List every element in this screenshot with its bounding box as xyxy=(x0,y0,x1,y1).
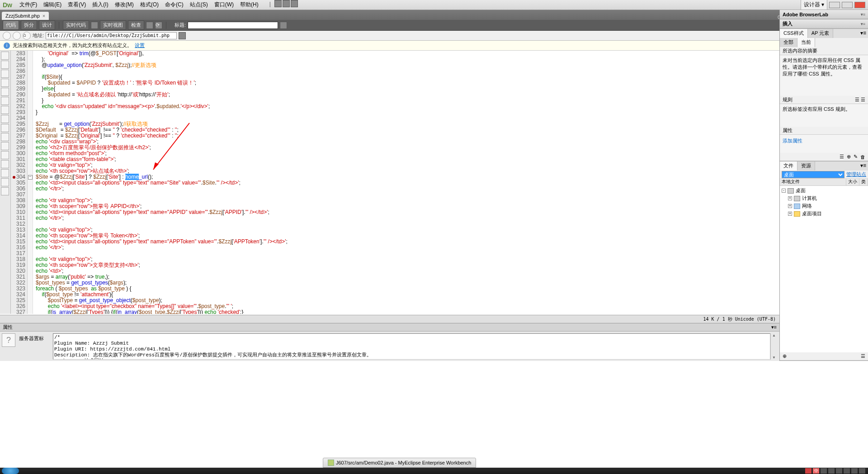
menu-help[interactable]: 帮助(H) xyxy=(237,0,261,9)
css-tool-icon[interactable]: ☰ xyxy=(840,154,844,160)
code-tool[interactable] xyxy=(1,97,9,105)
layout-icon[interactable] xyxy=(274,0,282,7)
css-all-tab[interactable]: 全部 xyxy=(780,38,797,47)
eclipse-taskbar-item[interactable]: J607/src/am/Demo02.java - MyEclipse Ente… xyxy=(323,458,476,468)
css-summary-body: 未对当前选定内容应用任何 CSS 属性。请选择一个带样式的元素，查看应用了哪些 … xyxy=(780,55,868,96)
code-tool[interactable] xyxy=(1,70,9,78)
manage-sites-link[interactable]: 管理站点 xyxy=(846,171,866,178)
view-livecode-button[interactable]: 实时代码 xyxy=(63,20,89,30)
code-tool[interactable] xyxy=(1,178,9,186)
close-button[interactable] xyxy=(854,2,865,8)
tray-icon[interactable] xyxy=(805,468,811,474)
view-inspect-button[interactable]: 检查 xyxy=(128,20,144,30)
nav-back-icon[interactable] xyxy=(3,32,11,40)
tray-icon[interactable] xyxy=(836,468,842,474)
multiscreen-icon[interactable] xyxy=(146,22,153,29)
panel-menu-icon[interactable]: ▾≡ xyxy=(771,324,777,330)
code-tool[interactable] xyxy=(1,160,9,168)
tray-icon[interactable] xyxy=(851,468,858,474)
code-tool[interactable] xyxy=(1,79,9,87)
menu-commands[interactable]: 命令(C) xyxy=(162,0,186,9)
nav-fwd-icon[interactable] xyxy=(13,32,21,40)
props-textarea[interactable]: /*Plugin Name: Azzzj SubmitPlugin URI: h… xyxy=(53,333,770,360)
code-tool[interactable] xyxy=(1,106,9,114)
css-current-tab[interactable]: 当前 xyxy=(797,38,815,47)
start-button[interactable] xyxy=(2,468,19,474)
status-text: 14 K / 1 秒 Unicode (UTF-8) xyxy=(703,316,776,322)
menu-format[interactable]: 格式(O) xyxy=(137,0,161,9)
files-tab[interactable]: 文件 xyxy=(780,161,797,171)
extend-icon[interactable] xyxy=(283,0,290,7)
view-code-button[interactable]: 代码 xyxy=(3,20,19,30)
menu-insert[interactable]: 插入(I) xyxy=(90,0,111,9)
info-icon: i xyxy=(4,43,10,49)
designer-dropdown[interactable]: 设计器 ▾ xyxy=(801,0,827,10)
assets-tab[interactable]: 资源 xyxy=(797,161,815,171)
ap-elements-tab[interactable]: AP 元素 xyxy=(808,29,834,38)
code-tool[interactable] xyxy=(1,151,9,159)
view-split-button[interactable]: 拆分 xyxy=(21,20,37,30)
code-tool[interactable] xyxy=(1,115,9,123)
files-col-size[interactable]: 大小 xyxy=(846,179,859,185)
refresh-icon[interactable]: ⟳ xyxy=(155,22,162,29)
file-tree[interactable]: -桌面+计算机+网络+桌面项目 xyxy=(780,186,868,218)
files-tool-icon[interactable]: ⊕ xyxy=(783,353,787,359)
tray-icon[interactable] xyxy=(844,468,850,474)
address-input[interactable] xyxy=(46,32,177,39)
addr-folder-icon[interactable] xyxy=(179,32,186,39)
code-tool[interactable] xyxy=(1,88,9,96)
code-editor[interactable]: 2832842852862872882892902912922932942952… xyxy=(11,51,868,314)
system-tray: 中 xyxy=(805,468,868,474)
menu-site[interactable]: 站点(S) xyxy=(187,0,211,9)
insert-header[interactable]: 插入 xyxy=(783,20,793,27)
code-tool[interactable] xyxy=(1,133,9,141)
code-tool[interactable] xyxy=(1,124,9,132)
css-styles-tab[interactable]: CSS样式 xyxy=(780,29,808,38)
nav-home-icon[interactable]: ⌂ xyxy=(23,32,31,40)
close-tab-icon[interactable]: × xyxy=(42,13,45,19)
css-tool-icon[interactable]: ⊕ xyxy=(847,154,851,160)
css-add-prop[interactable]: 添加属性 xyxy=(783,137,865,144)
doc-tab-active[interactable]: ZzzjSubmit.php × xyxy=(2,12,49,20)
code-content[interactable]: 'Original' => trim(@$_POST['Original']),… xyxy=(33,51,288,314)
code-tool[interactable] xyxy=(1,142,9,150)
doc-tab-label: ZzzjSubmit.php xyxy=(5,13,40,19)
fold-gutter xyxy=(28,51,33,314)
menu-edit[interactable]: 编辑(E) xyxy=(41,0,64,9)
css-tool-icon[interactable]: 🗑 xyxy=(860,154,865,160)
filemgmt-icon[interactable] xyxy=(280,22,287,29)
files-col-name[interactable]: 本地文件 xyxy=(780,179,846,185)
live-icon[interactable] xyxy=(91,22,98,29)
title-input[interactable] xyxy=(188,22,278,29)
maximize-button[interactable] xyxy=(842,2,853,8)
props-label: 服务器置标 xyxy=(19,333,44,360)
view-design-button[interactable]: 设计 xyxy=(39,20,55,30)
info-link[interactable]: 设置 xyxy=(135,42,145,49)
properties-tab[interactable]: 属性 xyxy=(3,324,13,331)
browserlab-header[interactable]: Adobe BrowserLab xyxy=(783,12,828,17)
menu-view[interactable]: 查看(V) xyxy=(65,0,89,9)
css-summary-header: 所选内容的摘要 xyxy=(780,47,868,55)
code-tool[interactable] xyxy=(1,187,9,195)
menu-modify[interactable]: 修改(M) xyxy=(112,0,137,9)
tray-icon[interactable] xyxy=(821,468,827,474)
minimize-button[interactable] xyxy=(829,2,840,8)
files-col-type[interactable]: 类 xyxy=(859,179,868,185)
scrollbar[interactable] xyxy=(770,333,778,360)
tray-ime-icon[interactable]: 中 xyxy=(813,468,819,474)
tray-icon[interactable] xyxy=(859,468,865,474)
site-dropdown[interactable]: 桌面 xyxy=(782,171,844,178)
code-tool[interactable] xyxy=(1,52,9,60)
menu-file[interactable]: 文件(F) xyxy=(17,0,40,9)
code-tool[interactable] xyxy=(1,169,9,177)
view-liveview-button[interactable]: 实时视图 xyxy=(100,20,126,30)
files-log-icon[interactable]: ☰ xyxy=(861,353,865,359)
code-tool[interactable] xyxy=(1,61,9,69)
menu-window[interactable]: 窗口(W) xyxy=(212,0,236,9)
site-icon[interactable] xyxy=(291,0,298,7)
tray-icon[interactable] xyxy=(828,468,835,474)
main-area: 2832842852862872882892902912922932942952… xyxy=(0,51,868,314)
help-icon[interactable]: ? xyxy=(2,333,15,347)
eclipse-icon xyxy=(328,460,334,466)
css-tool-icon[interactable]: ✎ xyxy=(854,154,858,160)
